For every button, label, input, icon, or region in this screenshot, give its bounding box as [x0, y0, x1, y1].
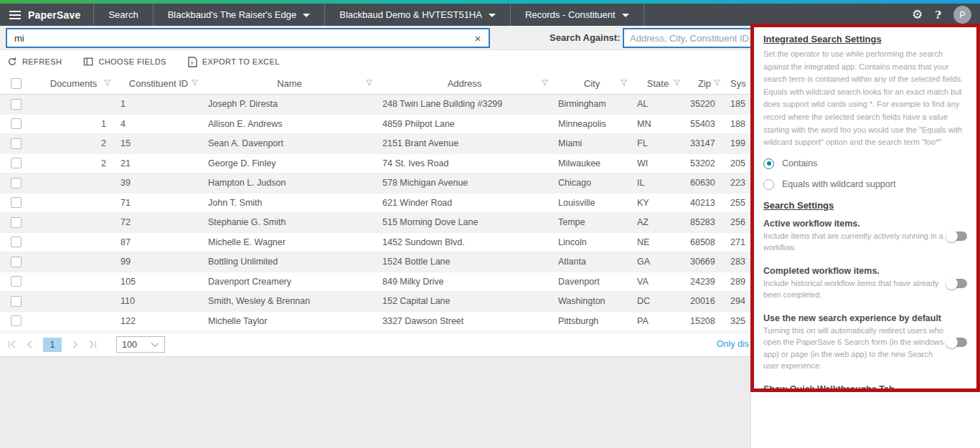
cell-zip: 24239	[684, 277, 725, 287]
filter-icon[interactable]	[191, 80, 199, 87]
cell-city: Milwaukee	[552, 158, 631, 168]
row-checkbox[interactable]	[11, 178, 22, 189]
row-checkbox[interactable]	[11, 99, 22, 110]
last-page-button[interactable]	[88, 340, 98, 349]
table-row[interactable]: 110 Smith, Wesley & Brennan 152 Capital …	[0, 292, 789, 312]
first-page-button[interactable]	[7, 340, 17, 349]
table-row[interactable]: 2 15 Sean A. Davenport 2151 Brant Avenue…	[0, 134, 789, 154]
table-header-row: Documents Constituent ID Name Address Ci…	[0, 72, 789, 95]
filter-icon[interactable]	[103, 80, 111, 87]
column-header-name[interactable]: Name	[202, 78, 377, 89]
row-checkbox[interactable]	[11, 217, 22, 228]
table-row[interactable]: 1 Joseph P. Diresta 248 Twin Lane Buildi…	[0, 95, 789, 115]
column-header-address[interactable]: Address	[377, 78, 552, 89]
search-against-label: Search Against:	[550, 32, 621, 43]
search-input[interactable]	[7, 33, 467, 44]
table-row[interactable]: 1 4 Allison E. Andrews 4859 Philpot Lane…	[0, 115, 789, 135]
table-row[interactable]: 71 John T. Smith 621 Winder Road Louisvi…	[0, 194, 789, 214]
brand-segment[interactable]: PaperSave	[0, 4, 94, 26]
row-checkbox[interactable]	[11, 237, 22, 247]
radio-option-contains[interactable]: Contains	[763, 158, 967, 169]
filter-icon[interactable]	[673, 80, 681, 87]
row-checkbox[interactable]	[11, 138, 22, 149]
refresh-button[interactable]: REFRESH	[7, 57, 62, 67]
table-row[interactable]: 72 Stephanie G. Smith 515 Morning Dove L…	[0, 213, 789, 233]
cell-address: 621 Winder Road	[377, 198, 552, 208]
setting-title: Active workflow items.	[763, 219, 944, 229]
row-checkbox[interactable]	[11, 197, 22, 208]
help-icon[interactable]: ?	[935, 9, 941, 22]
column-header-constituent-id[interactable]: Constituent ID	[115, 78, 202, 89]
next-page-button[interactable]	[70, 340, 80, 349]
column-header-city[interactable]: City	[552, 78, 631, 89]
nav-item-search[interactable]: Search	[94, 4, 153, 26]
cell-id: 110	[115, 296, 202, 306]
cell-city: Washington	[552, 296, 631, 306]
cell-zip: 35220	[684, 99, 725, 109]
current-page-button[interactable]: 1	[43, 338, 62, 352]
chevron-down-icon	[151, 342, 159, 348]
page-size-select[interactable]: 100	[116, 336, 165, 353]
column-header-state[interactable]: State	[631, 78, 684, 89]
menu-icon[interactable]	[9, 11, 21, 19]
cell-city: Davenport	[552, 277, 631, 287]
cell-state: GA	[631, 257, 684, 267]
cell-name: Sean A. Davenport	[202, 138, 377, 148]
toggle-active-workflow-items[interactable]	[946, 232, 967, 241]
table-row[interactable]: 99 Bottling Unlimited 1524 Bottle Lane A…	[0, 252, 789, 272]
choose-fields-button[interactable]: CHOOSE FIELDS	[83, 57, 166, 67]
cell-address: 74 St. Ives Road	[377, 158, 552, 168]
cell-id: 87	[115, 237, 202, 247]
cell-state: PA	[631, 316, 684, 326]
export-to-excel-button[interactable]: x EXPORT TO EXCEL	[188, 57, 280, 67]
cell-zip: 15208	[684, 316, 725, 326]
select-all-checkbox[interactable]	[11, 78, 22, 89]
filter-icon[interactable]	[541, 80, 549, 87]
cell-id: 39	[115, 178, 202, 188]
cell-name: George D. Finley	[202, 158, 377, 168]
chevron-down-icon	[303, 14, 310, 17]
operator-radio-group: Contains Equals with wildcard support	[763, 158, 967, 190]
settings-gear-icon[interactable]: ⚙	[912, 9, 923, 21]
table-row[interactable]: 122 Michelle Taylor 3327 Dawson Street P…	[0, 312, 789, 332]
user-avatar[interactable]: P	[953, 6, 971, 24]
row-checkbox[interactable]	[11, 296, 22, 307]
filter-icon[interactable]	[620, 80, 628, 87]
radio-option-equals-wildcard[interactable]: Equals with wildcard support	[763, 179, 967, 190]
table-row[interactable]: 39 Hampton L. Judson 578 Michigan Avenue…	[0, 173, 789, 194]
cell-state: FL	[631, 138, 684, 148]
nav-item-integration-dropdown[interactable]: Blackbaud's The Raiser's Edge	[154, 4, 326, 26]
setting-title: Completed workflow items.	[763, 266, 944, 276]
toggle-new-search-experience[interactable]	[946, 338, 967, 347]
settings-panel: Integrated Search Settings Set the opera…	[750, 24, 980, 392]
radio-icon[interactable]	[763, 158, 774, 169]
table-row[interactable]: 87 Michelle E. Wagner 1452 Sundown Blvd.…	[0, 233, 789, 253]
setting-completed-workflow-items: Completed workflow items. Include histor…	[763, 266, 967, 301]
nav-item-database-dropdown[interactable]: Blackbaud Demo & HVTEST51HA	[325, 4, 511, 26]
cell-state: DC	[631, 296, 684, 306]
row-checkbox[interactable]	[11, 257, 22, 267]
row-checkbox[interactable]	[11, 118, 22, 129]
cell-city: Chicago	[552, 178, 631, 188]
toggle-completed-workflow-items[interactable]	[946, 279, 967, 288]
cell-state: NE	[631, 237, 684, 247]
radio-icon[interactable]	[763, 179, 774, 190]
cell-documents: 1	[32, 119, 115, 129]
table-row[interactable]: 2 21 George D. Finley 74 St. Ives Road M…	[0, 154, 789, 174]
clear-search-icon[interactable]: ×	[467, 32, 489, 44]
row-checkbox[interactable]	[11, 315, 22, 326]
app-window: PaperSave Search Blackbaud's The Raiser'…	[0, 0, 980, 448]
nav-item-record-type-dropdown[interactable]: Records - Constituent	[511, 4, 644, 26]
column-header-zip[interactable]: Zip	[684, 78, 725, 89]
cell-address: 1524 Bottle Lane	[377, 257, 552, 267]
filter-icon[interactable]	[713, 80, 721, 87]
filter-icon[interactable]	[365, 80, 373, 87]
previous-page-button[interactable]	[25, 340, 34, 349]
cell-city: Atlanta	[552, 257, 631, 267]
row-checkbox[interactable]	[11, 276, 22, 287]
integrated-search-settings-title: Integrated Search Settings	[763, 34, 967, 44]
column-header-documents[interactable]: Documents	[32, 78, 115, 89]
table-row[interactable]: 105 Davenport Creamery 849 Milky Drive D…	[0, 272, 789, 292]
row-checkbox[interactable]	[11, 158, 22, 168]
cell-state: WI	[631, 158, 684, 168]
